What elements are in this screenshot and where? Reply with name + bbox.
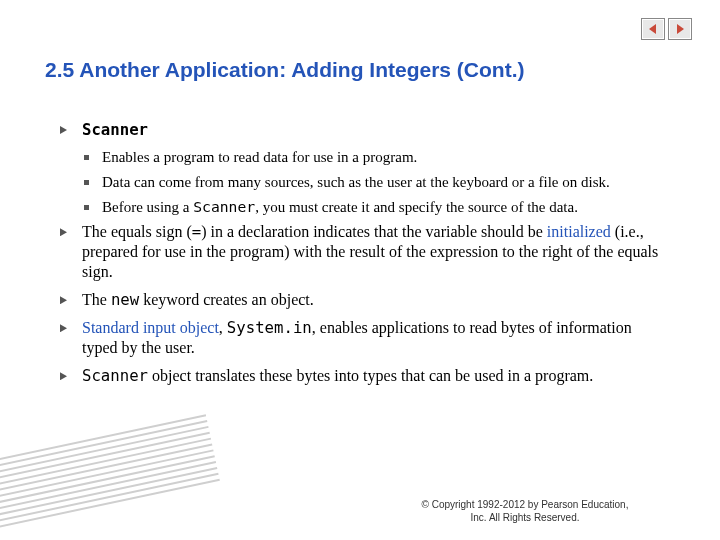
bullet-equals: The equals sign (=) in a declaration ind… (58, 222, 665, 282)
nav-button-group (641, 18, 692, 40)
slide-content: Scanner Enables a program to read data f… (58, 120, 665, 394)
bullet-enables: Enables a program to read data for use i… (82, 148, 665, 167)
bullet-data-sources: Data can come from many sources, such as… (82, 173, 665, 192)
arrow-left-icon (647, 23, 659, 35)
bullet-new: The new keyword creates an object. (58, 290, 665, 310)
svg-marker-0 (649, 24, 656, 34)
bullet-before-using: Before using a Scanner, you must create … (82, 198, 665, 217)
scanner-keyword: Scanner (82, 120, 148, 139)
next-button[interactable] (668, 18, 692, 40)
arrow-right-icon (674, 23, 686, 35)
bullet-translates: Scanner object translates these bytes in… (58, 366, 665, 386)
bullet-scanner: Scanner (58, 120, 665, 140)
slide-title: 2.5 Another Application: Adding Integers… (45, 58, 680, 82)
prev-button[interactable] (641, 18, 665, 40)
bullet-stdin: Standard input object, System.in, enable… (58, 318, 665, 358)
copyright-text: © Copyright 1992-2012 by Pearson Educati… (415, 499, 635, 524)
decorative-lines (0, 414, 229, 540)
svg-marker-1 (677, 24, 684, 34)
